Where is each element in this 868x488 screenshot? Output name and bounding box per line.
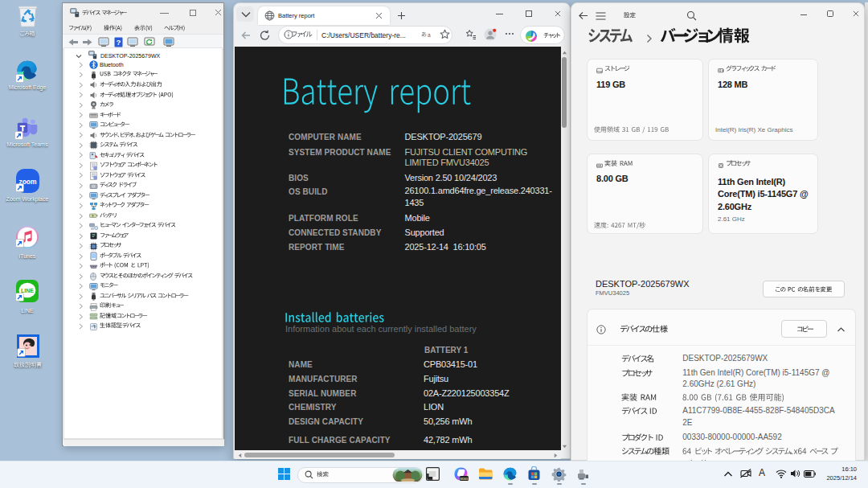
svg-text:?: ? bbox=[117, 38, 121, 47]
svg-text:M365: M365 bbox=[460, 477, 469, 481]
